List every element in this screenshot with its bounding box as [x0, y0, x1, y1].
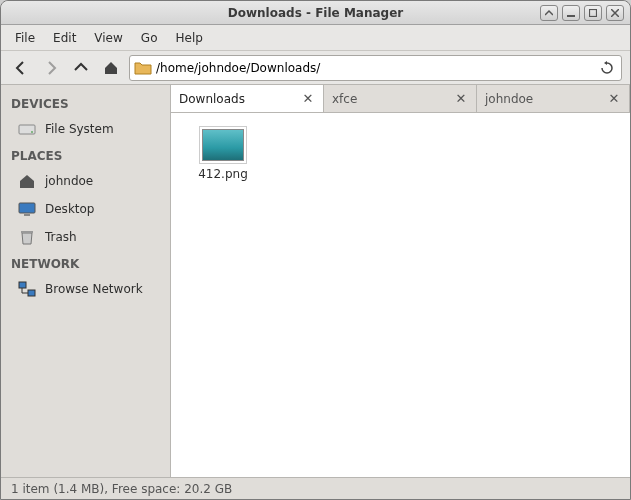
tab-downloads[interactable]: Downloads ✕ — [171, 85, 324, 112]
up-button[interactable] — [69, 56, 93, 80]
sidebar: DEVICES File System PLACES johndoe Deskt… — [1, 85, 171, 477]
svg-point-3 — [31, 131, 33, 133]
sidebar-item-label: johndoe — [45, 174, 93, 188]
menu-view[interactable]: View — [86, 28, 130, 48]
chevron-up-icon — [545, 9, 553, 17]
status-text: 1 item (1.4 MB), Free space: 20.2 GB — [11, 482, 232, 496]
minimize-button[interactable] — [562, 5, 580, 21]
drive-icon — [17, 120, 37, 138]
sidebar-item-label: File System — [45, 122, 114, 136]
file-name: 412.png — [198, 167, 248, 181]
home-icon — [103, 60, 119, 76]
close-icon — [611, 9, 619, 17]
window-title: Downloads - File Manager — [1, 6, 630, 20]
main-pane: Downloads ✕ xfce ✕ johndoe ✕ 412.png — [171, 85, 630, 477]
sidebar-item-filesystem[interactable]: File System — [1, 115, 170, 143]
forward-button[interactable] — [39, 56, 63, 80]
tab-close-button[interactable]: ✕ — [301, 92, 315, 106]
refresh-icon — [600, 61, 614, 75]
tab-close-button[interactable]: ✕ — [454, 92, 468, 106]
folder-icon — [134, 60, 152, 76]
svg-rect-4 — [19, 203, 35, 213]
tab-close-button[interactable]: ✕ — [607, 92, 621, 106]
trash-icon — [17, 228, 37, 246]
sidebar-item-label: Desktop — [45, 202, 95, 216]
menu-go[interactable]: Go — [133, 28, 166, 48]
arrow-up-icon — [73, 60, 89, 76]
close-button[interactable] — [606, 5, 624, 21]
sidebar-heading-devices: DEVICES — [1, 91, 170, 115]
arrow-left-icon — [13, 60, 29, 76]
sidebar-item-desktop[interactable]: Desktop — [1, 195, 170, 223]
refresh-button[interactable] — [597, 58, 617, 78]
image-thumbnail — [202, 129, 244, 161]
svg-rect-1 — [590, 9, 597, 16]
menu-edit[interactable]: Edit — [45, 28, 84, 48]
tab-xfce[interactable]: xfce ✕ — [324, 85, 477, 112]
body: DEVICES File System PLACES johndoe Deskt… — [1, 85, 630, 477]
tab-label: johndoe — [485, 92, 533, 106]
sidebar-item-label: Trash — [45, 230, 77, 244]
svg-rect-5 — [24, 214, 30, 216]
addressbar[interactable] — [129, 55, 622, 81]
minimize-icon — [567, 9, 575, 17]
home-icon — [17, 172, 37, 190]
sidebar-item-network[interactable]: Browse Network — [1, 275, 170, 303]
file-item[interactable]: 412.png — [183, 125, 263, 185]
sidebar-heading-places: PLACES — [1, 143, 170, 167]
back-button[interactable] — [9, 56, 33, 80]
tab-label: xfce — [332, 92, 357, 106]
statusbar: 1 item (1.4 MB), Free space: 20.2 GB — [1, 477, 630, 499]
sidebar-heading-network: NETWORK — [1, 251, 170, 275]
window-controls — [540, 5, 624, 21]
maximize-icon — [589, 9, 597, 17]
path-input[interactable] — [156, 61, 597, 75]
menubar: File Edit View Go Help — [1, 25, 630, 51]
desktop-icon — [17, 200, 37, 218]
svg-rect-0 — [567, 15, 575, 17]
titlebar[interactable]: Downloads - File Manager — [1, 1, 630, 25]
tab-johndoe[interactable]: johndoe ✕ — [477, 85, 630, 112]
menu-help[interactable]: Help — [167, 28, 210, 48]
svg-rect-6 — [21, 231, 33, 233]
arrow-right-icon — [43, 60, 59, 76]
shade-button[interactable] — [540, 5, 558, 21]
file-manager-window: Downloads - File Manager File Edit View … — [0, 0, 631, 500]
menu-file[interactable]: File — [7, 28, 43, 48]
toolbar — [1, 51, 630, 85]
svg-rect-7 — [19, 282, 26, 288]
sidebar-item-home[interactable]: johndoe — [1, 167, 170, 195]
home-button[interactable] — [99, 56, 123, 80]
network-icon — [17, 280, 37, 298]
svg-rect-8 — [28, 290, 35, 296]
tab-strip: Downloads ✕ xfce ✕ johndoe ✕ — [171, 85, 630, 113]
maximize-button[interactable] — [584, 5, 602, 21]
tab-label: Downloads — [179, 92, 245, 106]
sidebar-item-label: Browse Network — [45, 282, 143, 296]
sidebar-item-trash[interactable]: Trash — [1, 223, 170, 251]
file-area[interactable]: 412.png — [171, 113, 630, 477]
